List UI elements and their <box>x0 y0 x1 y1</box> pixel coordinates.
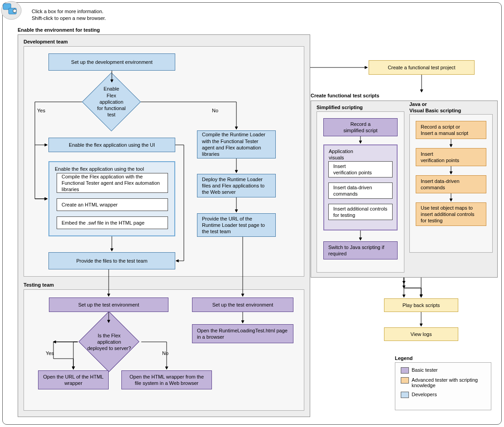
legend-advanced: Advanced tester with scripting knowledge <box>401 377 485 388</box>
test-decision[interactable]: Is the Flex application deployed to serv… <box>77 322 142 361</box>
legend-developers: Developers <box>401 392 485 398</box>
dev-embed-swf[interactable]: Embed the .swf file in the HTML page <box>57 216 168 229</box>
dev-team-title: Development team <box>24 39 68 44</box>
playback-scripts[interactable]: Play back scripts <box>384 298 458 312</box>
test-open-file[interactable]: Open the HTML wrapper from the file syst… <box>121 370 212 389</box>
simp-insert-ctrl[interactable]: Insert additional controls for testing <box>328 204 393 220</box>
javavb-record[interactable]: Record a script or Insert a manual scrip… <box>416 121 486 139</box>
label-yes-2: Yes <box>46 350 54 356</box>
test-team-title: Testing team <box>24 282 54 288</box>
legend-box: Basic tester Advanced tester with script… <box>395 362 491 410</box>
create-scripts-title: Create functional test scripts <box>311 93 379 98</box>
enable-env-title: Enable the environment for testing <box>18 27 100 33</box>
legend-basic: Basic tester <box>401 367 485 374</box>
simp-insert-vp[interactable]: Insert verification points <box>328 161 393 178</box>
test-setup-1[interactable]: Set up the test environment <box>49 297 168 312</box>
javavb-insert-vp[interactable]: Insert verification points <box>416 148 486 166</box>
dev-decision-text: Enable Flex application for functional t… <box>82 81 141 123</box>
dev-compile-rt[interactable]: Compile the Runtime Loader with the Func… <box>197 130 276 158</box>
label-no-1: No <box>212 108 218 113</box>
javavb-insert-dd[interactable]: Insert data-driven commands <box>416 175 486 193</box>
test-setup-2[interactable]: Set up the test environment <box>192 297 293 312</box>
dev-provide-url[interactable]: Provide the URL of the Runtime Loader te… <box>197 213 276 237</box>
info-icon <box>0 0 23 22</box>
dev-decision[interactable]: Enable Flex application for functional t… <box>82 81 141 123</box>
javavb-use-maps[interactable]: Use test object maps to insert additiona… <box>416 202 486 226</box>
create-project[interactable]: Create a functional test project <box>369 60 475 75</box>
help-line1: Click a box for more information. <box>32 8 106 15</box>
dev-deploy-rt[interactable]: Deploy the Runtime Loader files and Flex… <box>197 174 276 197</box>
dev-provide-files[interactable]: Provide the files to the test team <box>48 252 175 269</box>
legend-title: Legend <box>395 355 413 361</box>
simplified-record[interactable]: Record a simplified script <box>323 118 398 136</box>
dev-setup-env[interactable]: Set up the development environment <box>48 53 175 71</box>
app-visuals-title: Application visuals <box>329 148 353 161</box>
test-open-url[interactable]: Open the URL of the HTML wrapper <box>38 370 109 389</box>
test-open-runtime[interactable]: Open the RuntimeLoadingTest.html page in… <box>192 324 293 343</box>
help-text: Click a box for more information. Shift-… <box>32 8 106 22</box>
dev-create-wrapper[interactable]: Create an HTML wrapper <box>57 198 168 211</box>
dev-compile-flex[interactable]: Compile the Flex application with the Fu… <box>57 173 168 193</box>
javavb-title: Java or Visual Basic scripting <box>409 101 461 114</box>
label-yes-1: Yes <box>37 108 45 113</box>
simplified-title: Simplified scripting <box>317 105 363 110</box>
dev-enable-tool-title: Enable the flex application using the to… <box>55 166 144 172</box>
view-logs[interactable]: View logs <box>384 327 458 341</box>
dev-enable-ui[interactable]: Enable the flex application using the UI <box>48 138 175 152</box>
label-no-2: No <box>162 350 168 356</box>
test-decision-text: Is the Flex application deployed to serv… <box>77 322 142 361</box>
simp-insert-dd[interactable]: Insert data-driven commands <box>328 182 393 199</box>
simp-switch-java[interactable]: Switch to Java scripting if required <box>323 241 398 259</box>
help-line2: Shift-click to open a new browser. <box>32 15 106 22</box>
